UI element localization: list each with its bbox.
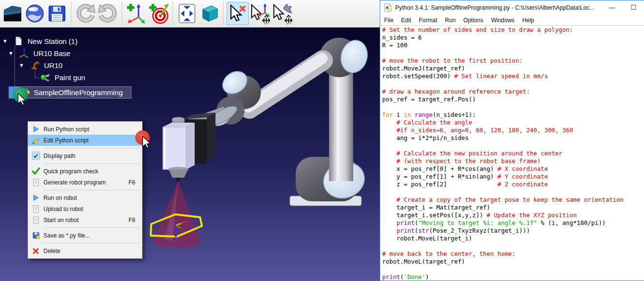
- tree-expander[interactable]: ▼: [19, 62, 26, 69]
- code-line: [382, 80, 644, 88]
- maximize-button[interactable]: ☐: [623, 1, 644, 14]
- add-target-icon: [148, 3, 169, 24]
- menu-separator: [43, 163, 141, 164]
- tree-item-label: Paint gun: [55, 73, 85, 82]
- menu-item-label: Display path: [43, 153, 142, 159]
- code-line: print('Done'): [382, 273, 644, 281]
- menu-item-display-path[interactable]: Display path: [28, 150, 142, 161]
- document-icon: [28, 205, 43, 213]
- code-line: z = pos_ref[2] # Z coordinate: [382, 181, 644, 188]
- save-button[interactable]: [46, 2, 68, 25]
- menu-item-shortcut: F8: [129, 217, 142, 224]
- code-line: pos_ref = target_ref.Pos(): [382, 96, 644, 103]
- idle-menu-windows[interactable]: Windows: [487, 17, 518, 24]
- open-button[interactable]: [1, 2, 24, 25]
- select-tool-button[interactable]: [227, 2, 249, 25]
- delete-icon: [28, 248, 43, 254]
- menu-separator: [43, 148, 141, 148]
- undo-icon: [76, 4, 95, 23]
- idle-menu-format[interactable]: Format: [415, 17, 441, 24]
- fit-all-button[interactable]: [176, 2, 198, 25]
- menu-separator: [43, 190, 141, 190]
- menu-item-run-python-script[interactable]: Run Python script: [28, 124, 142, 135]
- robot-icon: [29, 60, 40, 70]
- undo-button[interactable]: [74, 2, 97, 25]
- code-line: print("Moving to target %i: angle %.1f" …: [382, 219, 644, 227]
- menu-item-generate-robot-program[interactable]: Generate robot programF6: [28, 177, 142, 188]
- idle-titlebar[interactable]: Python 3.4.1: SampleOfflineProgramming.p…: [380, 0, 644, 15]
- idle-menu-help[interactable]: Help: [518, 17, 538, 24]
- code-line: [382, 103, 644, 111]
- window-title: Python 3.4.1: SampleOfflineProgramming.p…: [395, 4, 601, 11]
- tree-item-label: UR10 Base: [33, 49, 71, 57]
- tree-item-ur10[interactable]: ▼UR10: [0, 59, 62, 71]
- code-line: target_i.setPos([x,y,z]) # Update the XY…: [382, 211, 644, 219]
- move-tool-cursor-button[interactable]: [271, 2, 293, 25]
- code-line: # draw a hexagon around reference target…: [382, 88, 644, 96]
- menu-item-edit-python-script[interactable]: Edit Python script: [28, 135, 142, 146]
- menu-item-save-as-py-file-[interactable]: Save as *.py file...: [28, 230, 142, 241]
- document-icon: [28, 216, 43, 224]
- tree-item-label: UR10: [44, 61, 62, 70]
- toolbar-separator: [223, 2, 224, 25]
- code-line: print(str(Pose_2_TxyzRxyz(target_i))): [382, 227, 644, 235]
- tree-item-label: New Station (1): [28, 37, 77, 45]
- minimize-button[interactable]: —: [601, 1, 623, 14]
- code-line: # Set the number of sides and size to dr…: [382, 26, 644, 34]
- code-line: # (with respect to the robot base frame): [382, 157, 644, 165]
- code-line: robot.MoveJ(target_ref): [382, 65, 644, 72]
- code-line: robot.MoveL(target_i): [382, 235, 644, 242]
- code-line: robot.setSpeed(200) # Set linear speed i…: [382, 72, 644, 80]
- add-target-button[interactable]: [147, 2, 170, 25]
- menu-item-quick-program-check[interactable]: Quick program check: [28, 166, 142, 177]
- menu-item-label: Run Python script: [43, 126, 142, 133]
- code-line: [382, 49, 644, 57]
- menu-item-start-on-robot[interactable]: Start on robotF8: [28, 214, 142, 225]
- isometric-view-button[interactable]: [198, 2, 220, 25]
- open-folder-icon: [2, 4, 23, 23]
- save-file-icon: [28, 232, 43, 239]
- menu-separator: [43, 227, 141, 228]
- context-menu: Run Python scriptEdit Python scriptDispl…: [28, 121, 143, 259]
- menu-item-delete[interactable]: Delete: [28, 245, 142, 256]
- python-file-icon: [384, 3, 392, 12]
- idle-window: Python 3.4.1: SampleOfflineProgramming.p…: [380, 0, 644, 281]
- code-line: target_i = Mat(target_ref): [382, 204, 644, 211]
- fit-all-icon: [177, 3, 197, 24]
- tree-expander[interactable]: [29, 74, 36, 81]
- tree-item-ur10-base[interactable]: ▼UR10 Base: [0, 47, 71, 59]
- move-reference-tool-button[interactable]: [249, 2, 271, 25]
- idle-menu-run[interactable]: Run: [441, 17, 459, 24]
- globe-icon: [25, 4, 45, 23]
- tree-item-new-station-1-[interactable]: ▼New Station (1): [0, 35, 77, 47]
- isometric-view-icon: [199, 3, 219, 24]
- tree-expander[interactable]: ▼: [2, 38, 9, 44]
- redo-button[interactable]: [97, 2, 119, 25]
- menu-item-label: Generate robot program: [43, 179, 129, 186]
- 3d-viewport[interactable]: ▼New Station (1)▼UR10 Base▼UR10Paint gun…: [0, 28, 380, 281]
- add-reference-frame-button[interactable]: [125, 2, 147, 25]
- tree-item-paint-gun[interactable]: Paint gun: [0, 71, 85, 83]
- menu-separator: [43, 243, 141, 243]
- select-cursor-icon: [228, 3, 247, 24]
- code-line: # Calculate the angle: [382, 119, 644, 126]
- menu-item-label: Quick program check: [43, 168, 142, 175]
- idle-menu-file[interactable]: File: [380, 17, 397, 24]
- code-line: y = pos_ref[1] + R*sin(ang) # Y coordina…: [382, 173, 644, 181]
- menu-item-label: Save as *.py file...: [43, 232, 142, 239]
- idle-menu-options[interactable]: Options: [459, 17, 487, 24]
- menu-item-run-on-robot[interactable]: Run on robot: [28, 192, 142, 203]
- robodk-window: ▼New Station (1)▼UR10 Base▼UR10Paint gun…: [0, 0, 380, 281]
- menu-item-upload-to-robot[interactable]: Upload to robot: [28, 203, 142, 214]
- tree-expander[interactable]: ▼: [8, 50, 15, 56]
- code-line: [382, 188, 644, 196]
- add-reference-frame-icon: [126, 3, 146, 24]
- code-line: # Create a copy of the target pose to ke…: [382, 196, 644, 204]
- idle-menubar: FileEditFormatRunOptionsWindowsHelp: [380, 15, 644, 26]
- toolbar-separator: [172, 2, 173, 25]
- code-editor[interactable]: # Set the number of sides and size to dr…: [381, 26, 644, 281]
- code-line: [382, 242, 644, 250]
- code-line: R = 100: [382, 42, 644, 49]
- idle-menu-edit[interactable]: Edit: [397, 17, 415, 24]
- browser-button[interactable]: [24, 2, 46, 25]
